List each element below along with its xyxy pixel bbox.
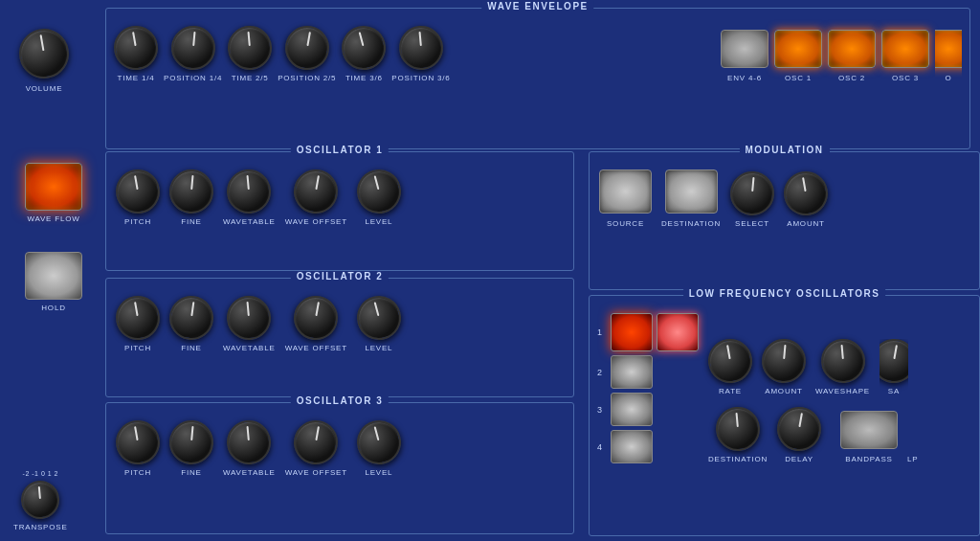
lfo3-button[interactable]	[611, 393, 653, 426]
rate-label: RATE	[719, 387, 742, 395]
pos36-group: POSITION 3/6	[391, 26, 450, 82]
lfo2-button[interactable]	[611, 355, 653, 389]
osc3-button[interactable]	[881, 30, 929, 68]
level3-label: LEVEL	[365, 468, 392, 477]
amount-lfo-knob[interactable]	[760, 337, 808, 385]
select-knob[interactable]	[728, 169, 776, 217]
modulation-label: MODULATION	[739, 145, 829, 155]
lfo1b-button[interactable]	[657, 313, 699, 351]
lfo3-row: 3	[597, 393, 699, 426]
env46-label: ENV 4-6	[727, 74, 762, 82]
wavetable3-group: WAVETABLE	[223, 420, 276, 477]
pos14-knob[interactable]	[169, 24, 217, 72]
time25-knob[interactable]	[226, 24, 274, 72]
destination-mod-group: DESTINATION	[661, 169, 721, 228]
pitch2-knob[interactable]	[112, 292, 163, 343]
pitch3-knob[interactable]	[112, 417, 163, 467]
level3-knob[interactable]	[352, 416, 406, 469]
source-button[interactable]	[599, 169, 652, 214]
fine2-knob[interactable]	[167, 293, 216, 343]
level2-knob[interactable]	[352, 291, 406, 345]
sa-knob[interactable]	[880, 339, 908, 387]
wavetable2-knob[interactable]	[225, 294, 273, 342]
level2-label: LEVEL	[365, 344, 392, 352]
env46-group: ENV 4-6	[721, 30, 768, 82]
osc3-label: OSC 3	[892, 74, 919, 82]
lfo1-num: 1	[597, 327, 607, 337]
rate-knob[interactable]	[704, 335, 755, 386]
pos36-label: POSITION 3/6	[391, 74, 450, 82]
amount-mod-label: AMOUNT	[787, 219, 824, 228]
pos25-group: POSITION 2/5	[278, 26, 336, 82]
amount-lfo-group: AMOUNT	[762, 339, 806, 395]
sa-group: SA	[880, 339, 908, 395]
pitch1-group: PITCH	[116, 169, 160, 226]
transpose-knob[interactable]	[20, 479, 61, 520]
transpose-section: -2 -1 0 1 2 TRANSPOSE	[13, 470, 68, 531]
waveoffset1-knob[interactable]	[291, 166, 342, 216]
wavetable1-group: WAVETABLE	[223, 169, 276, 226]
waveoffset2-knob[interactable]	[291, 292, 342, 343]
wavetable1-label: WAVETABLE	[223, 217, 276, 226]
oscillator2-section: OSCILLATOR 2 PITCH FINE WAVETABLE WAVE O…	[105, 278, 574, 397]
pitch2-group: PITCH	[116, 296, 160, 352]
osc1-button[interactable]	[774, 30, 822, 68]
hold-button[interactable]	[25, 252, 82, 300]
pos36-knob[interactable]	[397, 24, 445, 72]
wave-flow-button[interactable]	[25, 163, 82, 211]
amount-lfo-label: AMOUNT	[765, 387, 802, 395]
transpose-scale: -2 -1 0 1 2	[23, 470, 58, 477]
destination-lfo-label: DESTINATION	[708, 455, 768, 463]
osc2-button[interactable]	[828, 30, 876, 68]
pos14-label: POSITION 1/4	[164, 74, 222, 82]
fine3-knob[interactable]	[167, 418, 215, 466]
waveshape-knob[interactable]	[819, 337, 867, 385]
volume-knob[interactable]	[15, 25, 73, 82]
osc1-label: OSC 1	[785, 74, 812, 82]
waveshape-group: WAVESHAPE	[815, 339, 870, 395]
wave-flow-group: WAVE FLOW	[8, 163, 100, 223]
pos25-knob[interactable]	[281, 22, 332, 73]
lfo-buttons-column: 1 2 3 4	[597, 313, 699, 463]
time36-knob[interactable]	[337, 21, 390, 75]
wavetable2-label: WAVETABLE	[223, 344, 276, 352]
waveoffset3-label: WAVE OFFSET	[285, 468, 347, 477]
wavetable1-knob[interactable]	[225, 168, 273, 215]
amount-mod-knob[interactable]	[780, 168, 831, 218]
fine1-knob[interactable]	[167, 168, 215, 215]
time14-group: TIME 1/4	[114, 26, 158, 82]
waveoffset3-knob[interactable]	[291, 417, 342, 467]
lfo1-button[interactable]	[611, 313, 653, 351]
waveoffset3-group: WAVE OFFSET	[285, 420, 347, 477]
level1-group: LEVEL	[357, 169, 401, 226]
wavetable3-knob[interactable]	[225, 418, 273, 466]
osc4-button[interactable]	[935, 30, 962, 68]
wavetable2-group: WAVETABLE	[223, 296, 276, 352]
delay-lfo-knob[interactable]	[773, 403, 824, 454]
osc4-group: O	[935, 30, 962, 82]
left-controls: WAVE FLOW HOLD	[8, 153, 100, 327]
hold-label: HOLD	[41, 304, 65, 312]
hold-group: HOLD	[8, 252, 100, 312]
osc2-section-label: OSCILLATOR 2	[291, 271, 389, 282]
lfo-knobs-row1: RATE AMOUNT WAVESHAPE SA	[708, 339, 918, 395]
time14-knob[interactable]	[110, 22, 161, 73]
env46-button[interactable]	[721, 30, 768, 68]
amount-mod-group: AMOUNT	[784, 171, 828, 228]
destination-mod-button[interactable]	[665, 169, 718, 214]
sa-label: SA	[888, 387, 900, 395]
lfo4-button[interactable]	[611, 430, 653, 463]
waveoffset2-label: WAVE OFFSET	[285, 344, 347, 352]
oscillator3-section: OSCILLATOR 3 PITCH FINE WAVETABLE WAVE O…	[105, 402, 574, 534]
lp-group: LP	[907, 453, 918, 463]
osc2-group: OSC 2	[828, 30, 876, 82]
lfo4-num: 4	[597, 442, 607, 452]
time25-label: TIME 2/5	[232, 74, 269, 82]
bandpass-button[interactable]	[840, 411, 898, 449]
wave-envelope-label: WAVE ENVELOPE	[481, 1, 593, 11]
osc4-label: O	[945, 74, 951, 82]
destination-lfo-knob[interactable]	[714, 405, 762, 453]
pitch1-knob[interactable]	[112, 166, 163, 216]
level1-knob[interactable]	[352, 165, 406, 218]
source-label: SOURCE	[607, 219, 644, 228]
